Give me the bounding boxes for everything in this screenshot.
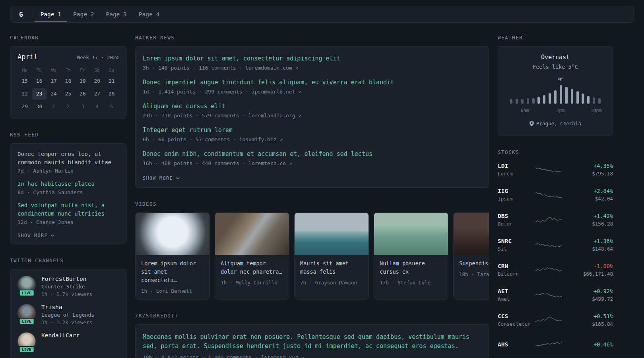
video-thumbnail[interactable] xyxy=(295,213,369,255)
rss-show-more-button[interactable]: SHOW MORE xyxy=(17,233,54,238)
weather-widget-title: WEATHER xyxy=(498,35,613,41)
rss-item: In hac habitasse platea 8d · Cynthia Sau… xyxy=(17,180,119,195)
external-link-icon[interactable]: ↗ xyxy=(298,113,301,119)
video-thumbnail[interactable] xyxy=(136,213,209,255)
stock-price: $66,171.48 xyxy=(563,271,613,277)
stock-row[interactable]: IIG Ipsum +2.84% $42.04 xyxy=(498,186,613,204)
hackernews-item-link[interactable]: Aliquam nec cursus elit xyxy=(143,102,481,111)
video-thumbnail[interactable] xyxy=(374,213,448,255)
calendar-day-next-month: 4 xyxy=(90,101,104,113)
tab-page-2[interactable]: Page 2 xyxy=(67,6,100,22)
stock-change: +2.84% xyxy=(563,188,613,194)
video-thumbnail[interactable] xyxy=(215,213,289,255)
stock-change: -1.00% xyxy=(563,263,613,269)
video-meta: 1h · Lori Barnett xyxy=(141,288,204,294)
calendar-day: 26 xyxy=(76,88,90,100)
twitch-channel-row[interactable]: LIVE KendallCarr xyxy=(17,332,119,350)
stock-price: $42.04 xyxy=(563,196,613,202)
video-title-link[interactable]: Mauris sit amet massa felis xyxy=(300,259,363,276)
calendar-day-next-month: 5 xyxy=(105,101,119,113)
stock-row[interactable]: CCS Consectetur +0.51% $165.84 xyxy=(498,311,613,329)
subreddit-post-link[interactable]: Maecenas mollis pulvinar erat non posuer… xyxy=(143,333,481,351)
twitch-channel-info: KendallCarr xyxy=(41,332,80,350)
hackernews-item-link[interactable]: Donec enim nibh, condimentum et accumsan… xyxy=(143,150,481,158)
hackernews-item-link[interactable]: Integer eget rutrum lorem xyxy=(143,126,481,134)
stock-id: CCS Consectetur xyxy=(498,313,534,327)
stock-change: +1.42% xyxy=(563,213,613,219)
twitch-channel-name[interactable]: KendallCarr xyxy=(41,332,80,339)
calendar-day: 29 xyxy=(17,101,32,113)
weekday-label: We xyxy=(47,66,61,74)
video-title-link[interactable]: Suspendisse diam xyxy=(459,259,489,268)
tab-page-3[interactable]: Page 3 xyxy=(100,6,132,22)
video-title-link[interactable]: Nullam posuere cursus ex xyxy=(380,259,442,276)
twitch-channel-game: Counter-Strike xyxy=(41,284,92,290)
weather-hourly-chart: 9° xyxy=(510,85,601,104)
video-body: Mauris sit amet massa felis 7h · Grayson… xyxy=(295,255,369,291)
stock-row[interactable]: LDI Lorem +4.35% $795.18 xyxy=(498,161,613,179)
video-card[interactable]: Nullam posuere cursus ex 17h · Stefan Co… xyxy=(374,212,448,300)
stock-change: +0.51% xyxy=(563,313,613,319)
stock-id: IIG Ipsum xyxy=(498,188,534,202)
weather-time-labels: 6am 2pm 10pm xyxy=(504,108,606,114)
stock-row[interactable]: AET Amet +0.92% $499.72 xyxy=(498,286,613,304)
stock-ticker: CRN xyxy=(498,263,534,269)
video-body: Suspendisse diam 18h · Tara xyxy=(454,255,489,282)
external-link-icon[interactable]: ↗ xyxy=(279,136,283,142)
hackernews-item-link[interactable]: Donec imperdiet augue tincidunt felis al… xyxy=(143,78,481,87)
video-card[interactable]: Aliquam tempor dolor nec pharetra… 1h · … xyxy=(215,212,289,300)
external-link-icon[interactable]: ↗ xyxy=(295,65,299,71)
subreddit-widget-title: /R/SUBREDDIT xyxy=(135,313,489,319)
external-link-icon[interactable]: ↗ xyxy=(301,354,305,358)
stock-id: DBS Dolor xyxy=(498,213,534,227)
stock-sparkline xyxy=(534,239,563,251)
stock-row[interactable]: AHS +0.46% xyxy=(498,336,613,354)
video-thumbnail[interactable] xyxy=(454,213,489,255)
video-card[interactable]: Lorem ipsum dolor sit amet consectetu… 1… xyxy=(135,212,210,300)
stock-row[interactable]: CRN Bitcorn -1.00% $66,171.48 xyxy=(498,261,613,279)
stocks-list: LDI Lorem +4.35% $795.18 IIG Ipsum xyxy=(498,161,613,354)
hackernews-show-more-button[interactable]: SHOW MORE xyxy=(143,175,180,181)
tab-page-4[interactable]: Page 4 xyxy=(133,6,165,22)
weekday-label: Fr xyxy=(76,66,90,74)
stock-change: +4.35% xyxy=(563,163,613,169)
rss-item-link[interactable]: Donec tempor eros leo, ut commodo mauris… xyxy=(17,150,119,167)
stock-row[interactable]: DBS Dolor +1.42% $156.28 xyxy=(498,211,613,229)
twitch-widget: TWITCH CHANNELS LIVE ForrestBurton Count… xyxy=(10,257,126,358)
weekday-label: Su xyxy=(105,66,119,74)
hackernews-item-link[interactable]: Lorem ipsum dolor sit amet, consectetur … xyxy=(143,54,481,63)
stock-sparkline xyxy=(534,189,563,201)
videos-row[interactable]: Lorem ipsum dolor sit amet consectetu… 1… xyxy=(135,212,489,300)
stocks-widget: STOCKS LDI Lorem +4.35% $795.18 xyxy=(498,149,613,354)
stock-name: Consectetur xyxy=(498,321,534,327)
video-card[interactable]: Suspendisse diam 18h · Tara xyxy=(453,212,489,300)
weekday-label: Tu xyxy=(32,66,46,74)
twitch-channel-name[interactable]: Trisha xyxy=(41,304,94,310)
external-link-icon[interactable]: ↗ xyxy=(289,160,292,166)
calendar-day: 18 xyxy=(61,75,75,87)
weekday-label: Mo xyxy=(17,66,32,74)
hackernews-item: Integer eget rutrum lorem 6h · 60 points… xyxy=(143,126,481,142)
video-title-link[interactable]: Aliquam tempor dolor nec pharetra… xyxy=(221,259,283,276)
stock-id: AHS xyxy=(498,341,534,349)
twitch-channel-name[interactable]: ForrestBurton xyxy=(41,276,92,282)
rss-item-link[interactable]: In hac habitasse platea xyxy=(17,180,119,188)
video-card[interactable]: Mauris sit amet massa felis 7h · Grayson… xyxy=(294,212,369,300)
hackernews-item-meta: 21h · 710 points · 579 comments · loreml… xyxy=(143,113,481,119)
stock-row[interactable]: SNRC Sit +1.36% $148.64 xyxy=(498,236,613,254)
stock-name: Bitcorn xyxy=(498,271,534,277)
video-title-link[interactable]: Lorem ipsum dolor sit amet consectetu… xyxy=(141,259,204,284)
tab-page-1[interactable]: Page 1 xyxy=(35,6,67,22)
rss-item-link[interactable]: Sed volutpat nulla nisl, a condimentum n… xyxy=(17,201,119,218)
weather-card: Overcast Feels like 5°C 9° 6am 2pm 10pm … xyxy=(498,46,613,136)
live-badge: LIVE xyxy=(19,290,35,296)
twitch-channel-row[interactable]: LIVE ForrestBurton Counter-Strike 1h · 1… xyxy=(17,276,119,297)
external-link-icon[interactable]: ↗ xyxy=(298,89,301,95)
calendar-month: April xyxy=(17,53,38,61)
twitch-channel-row[interactable]: LIVE Trisha League of Legends 3h · 1.2k … xyxy=(17,304,119,325)
rss-widget-title: RSS FEED xyxy=(10,132,126,138)
rss-widget: RSS FEED Donec tempor eros leo, ut commo… xyxy=(10,132,126,244)
columns: CALENDAR April Week 17 · 2024 Mo Tu We T… xyxy=(10,35,634,358)
hackernews-item-meta: 6h · 60 points · 57 comments · ipsumify.… xyxy=(143,136,481,142)
weather-feels-like: Feels like 5°C xyxy=(504,64,606,70)
